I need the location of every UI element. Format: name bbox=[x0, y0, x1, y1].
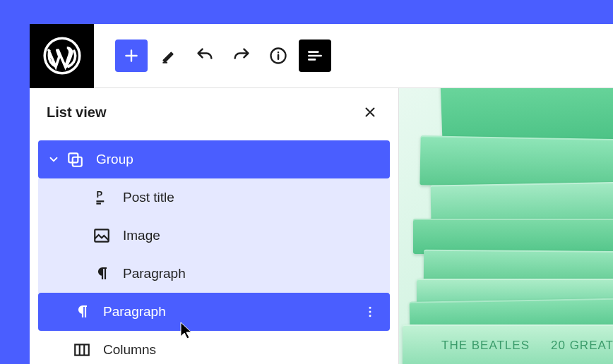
plus-icon bbox=[122, 47, 141, 65]
book-spine-text: THE BEATLES bbox=[441, 339, 530, 353]
close-icon bbox=[362, 104, 378, 120]
paragraph-icon bbox=[92, 264, 112, 284]
editor-window: List view Group bbox=[30, 24, 613, 364]
close-panel-button[interactable] bbox=[359, 101, 381, 123]
image-icon bbox=[92, 226, 112, 245]
tree-item-group[interactable]: Group bbox=[38, 140, 390, 178]
edit-button[interactable] bbox=[152, 40, 184, 72]
content-area: List view Group bbox=[30, 88, 613, 364]
block-tree: Group P Post title Image bbox=[30, 140, 398, 364]
more-vertical-icon bbox=[363, 305, 377, 319]
editor-toolbar bbox=[30, 24, 613, 88]
svg-rect-9 bbox=[75, 344, 89, 355]
wordpress-icon bbox=[43, 37, 81, 75]
tree-item-image[interactable]: Image bbox=[38, 217, 390, 255]
chevron-down-icon bbox=[45, 153, 62, 166]
info-button[interactable] bbox=[262, 40, 294, 72]
pencil-icon bbox=[159, 47, 177, 65]
tree-item-label: Image bbox=[123, 228, 390, 243]
tree-item-post-title[interactable]: P Post title bbox=[38, 178, 390, 217]
post-title-icon: P bbox=[92, 188, 112, 207]
info-icon bbox=[268, 46, 288, 66]
canvas-image: THE BEATLES 20 GREAT bbox=[399, 88, 613, 364]
editor-canvas[interactable]: THE BEATLES 20 GREAT bbox=[399, 88, 613, 364]
redo-icon bbox=[232, 46, 251, 66]
wordpress-logo[interactable] bbox=[30, 24, 94, 88]
tree-item-paragraph-selected[interactable]: Paragraph bbox=[38, 293, 390, 331]
svg-point-6 bbox=[369, 307, 371, 309]
svg-text:P: P bbox=[96, 189, 102, 200]
tree-item-label: Paragraph bbox=[123, 266, 390, 281]
nested-group: P Post title Image Para bbox=[38, 178, 390, 293]
tree-item-label: Columns bbox=[103, 342, 390, 358]
redo-button[interactable] bbox=[225, 40, 258, 72]
list-view-button[interactable] bbox=[299, 40, 331, 72]
tree-item-columns[interactable]: Columns bbox=[38, 331, 390, 364]
undo-button[interactable] bbox=[189, 40, 221, 72]
svg-point-7 bbox=[369, 311, 371, 313]
undo-icon bbox=[195, 46, 215, 66]
panel-header: List view bbox=[30, 88, 398, 140]
tree-item-label: Group bbox=[96, 152, 390, 167]
group-icon bbox=[65, 150, 85, 169]
tree-item-label: Post title bbox=[123, 190, 390, 205]
add-block-button[interactable] bbox=[115, 40, 148, 72]
columns-icon bbox=[72, 340, 92, 360]
tree-item-paragraph[interactable]: Paragraph bbox=[38, 255, 390, 293]
paragraph-icon bbox=[72, 302, 92, 322]
list-view-icon bbox=[306, 47, 324, 65]
panel-title: List view bbox=[47, 104, 106, 121]
tree-item-label: Paragraph bbox=[103, 304, 356, 320]
svg-point-8 bbox=[369, 315, 371, 317]
list-view-panel: List view Group bbox=[30, 88, 399, 364]
more-options-button[interactable] bbox=[356, 298, 384, 326]
toolbar-buttons bbox=[98, 40, 331, 72]
book-spine-text: 20 GREAT bbox=[551, 339, 613, 353]
